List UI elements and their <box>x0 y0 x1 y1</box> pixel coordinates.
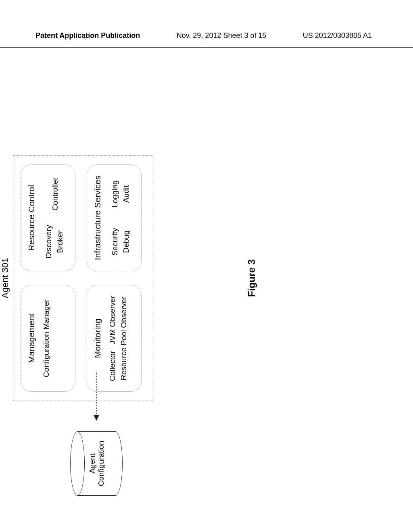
cylinder-label-line2: Configuration <box>97 441 106 486</box>
figure-rotated: Agent 301 Management Configuration Manag… <box>0 113 282 443</box>
header-date-sheet: Nov. 29, 2012 Sheet 3 of 15 <box>140 31 302 40</box>
management-title: Management <box>27 293 36 384</box>
header-publication-type: Patent Application Publication <box>35 31 140 40</box>
monitoring-title: Monitoring <box>93 293 102 384</box>
monitoring-jvm-observer: JVM Observer <box>108 295 117 344</box>
group-management: Management Configuration Manager <box>21 285 75 392</box>
resource-discovery: Discovery <box>44 220 53 264</box>
agent-configuration-cylinder: Agent Configuration <box>70 431 123 496</box>
infra-logging: Logging <box>111 172 119 216</box>
infra-audit: Audit <box>122 172 131 216</box>
resource-controller: Controller <box>51 172 60 216</box>
monitoring-row1: Collector JVM Observer <box>108 293 117 384</box>
header-pub-number: US 2012/0303805 A1 <box>303 31 372 40</box>
group-resource-control: Resource Control Discovery Broker Contro… <box>21 164 75 271</box>
figure-caption: Figure 3 <box>246 113 257 443</box>
arrow-head-icon <box>94 415 99 421</box>
arrow-line <box>96 372 97 420</box>
page-header: Patent Application Publication Nov. 29, … <box>0 31 413 48</box>
management-item: Configuration Manager <box>42 293 51 384</box>
group-infrastructure-services: Infrastructure Services Security Debug L… <box>87 164 142 271</box>
agent-box: Management Configuration Manager Resourc… <box>13 155 153 401</box>
resource-title: Resource Control <box>27 172 36 264</box>
infra-debug: Debug <box>122 220 131 264</box>
cylinder-label-line1: Agent <box>88 453 97 474</box>
infra-security: Security <box>111 220 119 264</box>
resource-broker: Broker <box>56 220 65 264</box>
monitoring-resource-pool-observer: Resource Pool Observer <box>119 293 128 384</box>
agent-label: Agent 301 <box>0 113 10 443</box>
infra-title: Infrastructure Services <box>93 172 102 264</box>
arrow-to-cylinder <box>96 372 97 420</box>
figure-area: Agent 301 Management Configuration Manag… <box>24 69 387 399</box>
monitoring-collector: Collector <box>108 351 117 381</box>
group-monitoring: Monitoring Collector JVM Observer Resour… <box>87 285 142 392</box>
cylinder-top-ellipse <box>70 431 85 496</box>
